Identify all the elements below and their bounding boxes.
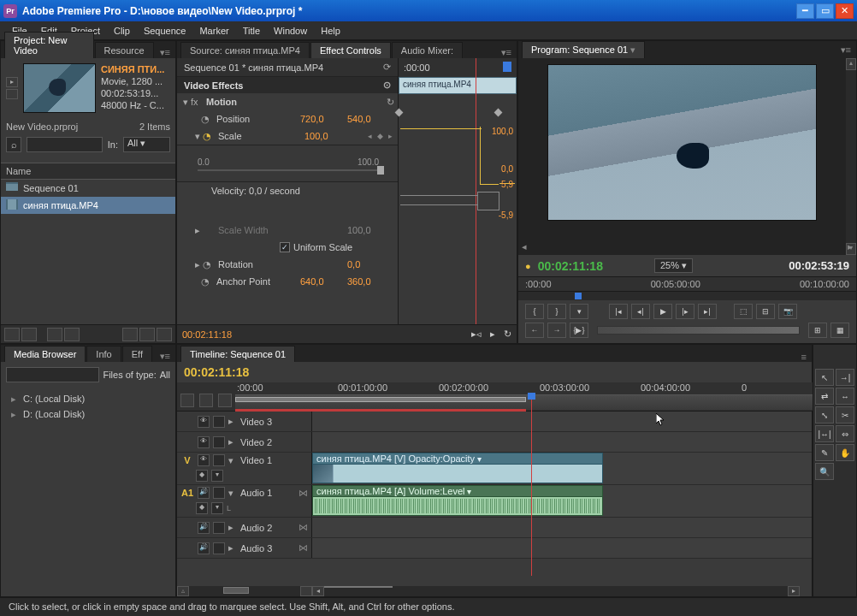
scale-slider-area[interactable]: 0.0 100.0: [177, 145, 398, 182]
eye-icon[interactable]: 👁: [198, 416, 210, 428]
go-to-in-button[interactable]: |◂: [609, 304, 628, 319]
output-button[interactable]: ▦: [830, 323, 849, 338]
scale-value[interactable]: 100,0: [304, 131, 352, 141]
lock-icon[interactable]: [213, 436, 225, 448]
shuttle-slider[interactable]: [597, 326, 800, 335]
eye-icon[interactable]: 👁: [198, 454, 210, 466]
program-mini-ruler[interactable]: :00:00 00:05:00:00 00:10:00:00: [518, 276, 856, 292]
collapse-icon[interactable]: [228, 455, 237, 466]
track-body[interactable]: [312, 432, 812, 452]
program-zoom-dropdown[interactable]: 25% ▾: [654, 258, 693, 273]
bin-item-clip[interactable]: синяя птица.MP4: [1, 197, 175, 214]
lift-button[interactable]: ⬚: [734, 304, 753, 319]
track-menu-icon[interactable]: ▾: [211, 470, 223, 482]
marker-button[interactable]: [199, 394, 213, 407]
find-button[interactable]: [64, 328, 80, 341]
collapse-icon[interactable]: [228, 522, 237, 533]
timeline-ruler[interactable]: :00:00 00:01:00:00 00:02:00:00 00:03:00:…: [235, 382, 841, 411]
close-button[interactable]: ✕: [836, 3, 854, 19]
ec-timeline[interactable]: :00:00 синяя птица.MP4 100,0 0,0 5,9 -5,…: [398, 58, 517, 324]
keyframe-toggle-icon[interactable]: ◆: [196, 470, 208, 482]
rolling-edit-tool[interactable]: ↔: [836, 388, 854, 405]
slip-tool[interactable]: |↔|: [815, 425, 834, 442]
track-body[interactable]: [312, 412, 812, 431]
timeline-playhead[interactable]: [531, 400, 532, 576]
tab-timeline[interactable]: Timeline: Sequence 01: [180, 346, 295, 362]
lock-icon[interactable]: [213, 487, 225, 499]
keyframe-toggle-icon[interactable]: ◆: [196, 502, 208, 514]
poster-frame-icon[interactable]: ▸: [6, 77, 18, 87]
automate-button[interactable]: [47, 328, 62, 341]
position-y-value[interactable]: 540,0: [347, 114, 394, 124]
uniform-scale-checkbox[interactable]: ✓: [280, 242, 290, 252]
timeline-current-timecode[interactable]: 00:02:11:18: [184, 365, 249, 379]
step-back-button[interactable]: ◂|: [631, 304, 650, 319]
scroll-left-icon[interactable]: ◂: [312, 586, 324, 596]
tab-resource[interactable]: Resource: [95, 42, 154, 58]
snap-button[interactable]: [180, 394, 194, 407]
tab-program[interactable]: Program: Sequence 01 ▾: [522, 41, 645, 58]
menu-window[interactable]: Window: [267, 24, 314, 38]
show-hide-timeline-icon[interactable]: ⟳: [383, 62, 391, 73]
reset-icon[interactable]: ↻: [387, 97, 394, 108]
tab-project[interactable]: Project: New Video: [4, 32, 94, 58]
keyframe-diamond[interactable]: [494, 109, 503, 117]
program-scrollbar-v[interactable]: ▴ ▾: [846, 58, 856, 255]
slide-tool[interactable]: ⇔: [836, 425, 854, 442]
ec-playhead-handle[interactable]: [503, 62, 511, 72]
stopwatch-icon[interactable]: ◔: [201, 114, 213, 125]
speaker-icon[interactable]: 🔊: [198, 542, 210, 554]
in-dropdown[interactable]: All ▾: [123, 137, 170, 152]
prev-keyframe-icon[interactable]: ◂: [365, 132, 374, 140]
track-body[interactable]: [312, 518, 812, 537]
ec-play-button[interactable]: ▸: [490, 329, 495, 340]
program-video-canvas[interactable]: [547, 64, 817, 221]
icon-view-button[interactable]: [21, 328, 37, 341]
scale-slider-handle[interactable]: [377, 166, 384, 175]
filter-value[interactable]: All: [160, 370, 170, 380]
timeline-clip-video[interactable]: синяя птица.MP4 [V] Opacity:Opacity ▾: [312, 453, 603, 484]
collapse-icon[interactable]: [228, 416, 237, 427]
program-playhead-marker[interactable]: [575, 293, 582, 299]
track-body[interactable]: [312, 538, 812, 558]
timeline-scroll-h[interactable]: ◂ ▸: [312, 586, 800, 596]
hand-tool[interactable]: ✋: [836, 444, 854, 461]
track-body[interactable]: синяя птица.MP4 [V] Opacity:Opacity ▾: [312, 453, 812, 484]
ec-play-button[interactable]: ▸◃: [471, 329, 482, 340]
tab-source[interactable]: Source: синяя птица.MP4: [180, 42, 310, 58]
zoom-slider[interactable]: [189, 586, 300, 596]
stopwatch-icon[interactable]: ◔: [201, 276, 213, 287]
program-current-timecode[interactable]: 00:02:11:18: [538, 259, 603, 273]
collapse-icon[interactable]: [228, 542, 237, 554]
twisty-icon[interactable]: [180, 97, 191, 108]
new-item-button[interactable]: [139, 328, 155, 341]
go-to-next-marker-button[interactable]: →: [547, 323, 566, 338]
razor-tool[interactable]: ✂: [836, 406, 854, 424]
scroll-right-icon[interactable]: ▸: [788, 586, 800, 596]
panel-menu-icon[interactable]: ▾≡: [496, 47, 517, 58]
add-keyframe-icon[interactable]: ◆: [375, 132, 384, 140]
clip-thumbnail[interactable]: [23, 63, 96, 113]
menu-help[interactable]: Help: [314, 24, 347, 38]
scroll-left-icon[interactable]: ◂: [522, 241, 527, 255]
search-icon[interactable]: ⌕: [6, 137, 21, 152]
effect-row-motion[interactable]: fx Motion ↻: [177, 93, 398, 110]
track-target-v[interactable]: V: [180, 455, 194, 465]
anchor-x-value[interactable]: 640,0: [300, 276, 347, 287]
speaker-icon[interactable]: 🔊: [198, 522, 210, 534]
menu-sequence[interactable]: Sequence: [137, 24, 193, 38]
ec-timecode[interactable]: 00:02:11:18: [182, 329, 232, 340]
stopwatch-icon[interactable]: ◔: [203, 259, 215, 270]
ec-playhead[interactable]: [476, 58, 476, 324]
menu-title[interactable]: Title: [236, 24, 267, 38]
play-button[interactable]: ▶: [653, 304, 672, 319]
pin-icon[interactable]: ⊙: [383, 80, 391, 91]
rate-stretch-tool[interactable]: ⤡: [815, 406, 834, 424]
position-x-value[interactable]: 720,0: [300, 114, 347, 124]
play-in-out-button[interactable]: {▶}: [570, 323, 588, 338]
lock-icon[interactable]: [213, 416, 225, 428]
step-fwd-button[interactable]: |▸: [676, 304, 694, 319]
maximize-button[interactable]: ▭: [816, 3, 834, 19]
scroll-right-icon[interactable]: ▸: [848, 241, 853, 255]
pen-tool[interactable]: ✎: [815, 444, 834, 461]
